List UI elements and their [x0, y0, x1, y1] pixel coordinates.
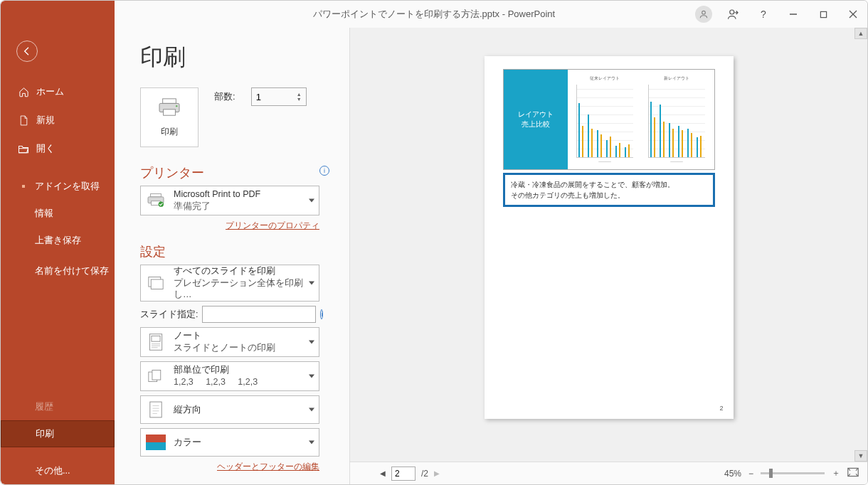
print-preview-panel: レイアウト 売上比較 従来レイアウト ───── 新レイアウ	[349, 28, 867, 484]
scroll-down-icon[interactable]: ▼	[854, 450, 867, 462]
printer-heading-label: プリンター	[140, 166, 204, 180]
svg-rect-8	[164, 109, 176, 114]
sidebar-item-get-addins[interactable]: アドインを取得	[1, 173, 115, 200]
collate-dropdown[interactable]: 部単位で印刷 1,2,3 1,2,3 1,2,3	[140, 361, 319, 391]
sidebar-item-open[interactable]: 開く	[1, 134, 115, 163]
window-title: パワーポイントでノートを印刷する方法.pptx - PowerPoint	[313, 8, 555, 21]
chevron-down-icon	[309, 375, 314, 378]
printer-properties-link[interactable]: プリンターのプロパティ	[140, 220, 319, 232]
orientation-dropdown[interactable]: 縦方向	[140, 395, 319, 424]
new-badge-dot	[22, 185, 25, 188]
sidebar-item-print[interactable]: 印刷	[1, 420, 115, 447]
chevron-down-icon	[309, 199, 314, 203]
notes-line1: 冷蔵・冷凍食品の展開をすることで、顧客が増加。	[511, 179, 707, 190]
print-button-label: 印刷	[161, 126, 178, 138]
preview-page: レイアウト 売上比較 従来レイアウト ───── 新レイアウ	[485, 56, 734, 419]
printer-dropdown[interactable]: Microsoft Print to PDF 準備完了	[140, 186, 319, 215]
zoom-label: 45%	[724, 469, 741, 479]
layout-line2: スライドとノートの印刷	[174, 342, 314, 354]
svg-rect-6	[163, 98, 176, 103]
printer-ready-icon	[145, 190, 166, 211]
chart-2-bars	[648, 85, 705, 158]
info-icon[interactable]: i	[319, 166, 329, 176]
slides-specify-input[interactable]	[202, 306, 316, 323]
new-icon	[18, 114, 29, 126]
preview-status-bar: ◀ /2 ▶ 45% − ＋	[350, 462, 867, 484]
chart-1: 従来レイアウト ─────	[572, 75, 638, 164]
sidebar-item-save[interactable]: 上書き保存	[1, 227, 115, 254]
slide-title-block: レイアウト 売上比較	[504, 70, 568, 169]
back-button[interactable]	[16, 41, 38, 62]
page-number-input[interactable]	[391, 467, 416, 481]
sidebar-item-label: 新規	[36, 114, 55, 127]
titlebar-accent	[1, 1, 115, 28]
svg-point-0	[702, 11, 706, 14]
slide-thumbnail: レイアウト 売上比較 従来レイアウト ───── 新レイアウ	[503, 69, 715, 170]
account-avatar[interactable]	[695, 6, 712, 23]
layout-dropdown[interactable]: ノート スライドとノートの印刷	[140, 327, 319, 357]
sidebar-item-info[interactable]: 情報	[1, 200, 115, 227]
sidebar-item-more[interactable]: その他...	[1, 457, 115, 484]
chart-1-axis: ─────	[598, 159, 611, 164]
svg-point-9	[176, 105, 177, 106]
prev-page-button[interactable]: ◀	[380, 469, 386, 477]
sidebar-item-save-as[interactable]: 名前を付けて保存	[1, 254, 115, 288]
chart-2-title: 新レイアウト	[664, 75, 689, 82]
print-range-line2: プレゼンテーション全体を印刷し…	[174, 277, 314, 302]
print-button[interactable]: 印刷	[140, 87, 199, 147]
backstage-body: ホーム 新規 開く アドインを取得 情報 上書き保存 名前を付けて保存 履歴 印…	[1, 28, 867, 484]
backstage-main: 印刷 印刷 部数: 1 ▲▼ プリンター	[115, 28, 867, 484]
slides-all-icon	[145, 272, 166, 294]
coming-soon-icon[interactable]	[725, 6, 742, 23]
zoom-to-fit-button[interactable]	[847, 467, 859, 479]
chevron-down-icon	[309, 408, 314, 412]
chart-1-bars	[576, 85, 633, 158]
close-button[interactable]	[845, 6, 862, 23]
header-footer-link[interactable]: ヘッダーとフッターの編集	[140, 461, 319, 473]
sidebar-item-label: 印刷	[36, 428, 54, 440]
layout-line1: ノート	[174, 330, 314, 342]
zoom-slider[interactable]	[761, 472, 825, 474]
sidebar-item-label: アドインを取得	[35, 181, 100, 193]
svg-rect-3	[820, 11, 826, 17]
sidebar-item-home[interactable]: ホーム	[1, 78, 115, 106]
chevron-down-icon	[309, 441, 314, 444]
notes-line2: その他カテゴリの売上も増加した。	[511, 190, 707, 201]
printer-status: 準備完了	[174, 201, 314, 213]
sidebar-item-new[interactable]: 新規	[1, 106, 115, 134]
collate-icon	[145, 366, 166, 387]
next-page-button[interactable]: ▶	[434, 469, 440, 477]
slides-specify-label: スライド指定:	[140, 309, 198, 321]
print-range-dropdown[interactable]: すべてのスライドを印刷 プレゼンテーション全体を印刷し…	[140, 265, 319, 302]
copies-input[interactable]: 1 ▲▼	[251, 87, 307, 106]
app-window: パワーポイントでノートを印刷する方法.pptx - PowerPoint ?	[0, 0, 868, 485]
print-range-line1: すべてのスライドを印刷	[174, 265, 314, 277]
maximize-button[interactable]	[815, 6, 832, 23]
chart-2-axis: ─────	[670, 159, 683, 164]
info-icon[interactable]: i	[320, 309, 323, 319]
svg-rect-10	[151, 193, 162, 196]
zoom-in-button[interactable]: ＋	[832, 467, 840, 479]
color-line1: カラー	[174, 437, 314, 449]
scroll-up-icon[interactable]: ▲	[854, 28, 867, 39]
spinner-icon[interactable]: ▲▼	[297, 92, 302, 102]
printer-name: Microsoft Print to PDF	[174, 188, 314, 201]
sidebar-item-history[interactable]: 履歴	[1, 393, 115, 420]
svg-rect-22	[152, 371, 161, 380]
slide-title-line2: 売上比較	[522, 119, 550, 129]
help-icon[interactable]: ?	[755, 6, 772, 23]
settings-heading: 設定	[140, 243, 328, 260]
zoom-out-button[interactable]: −	[748, 469, 753, 479]
svg-point-1	[730, 10, 734, 14]
color-dropdown[interactable]: カラー	[140, 428, 319, 457]
preview-scrollbar[interactable]: ▲ ▼	[854, 28, 867, 462]
sidebar-item-label: その他...	[35, 465, 70, 477]
printer-heading: プリンター i	[140, 164, 328, 181]
copies-value: 1	[256, 92, 261, 102]
notes-box: 冷蔵・冷凍食品の展開をすることで、顧客が増加。 その他カテゴリの売上も増加した。	[503, 173, 715, 207]
minimize-button[interactable]	[785, 6, 802, 23]
page-title: 印刷	[140, 42, 328, 73]
chevron-down-icon	[309, 282, 314, 285]
printer-icon	[157, 97, 181, 120]
preview-canvas: レイアウト 売上比較 従来レイアウト ───── 新レイアウ	[350, 28, 867, 462]
